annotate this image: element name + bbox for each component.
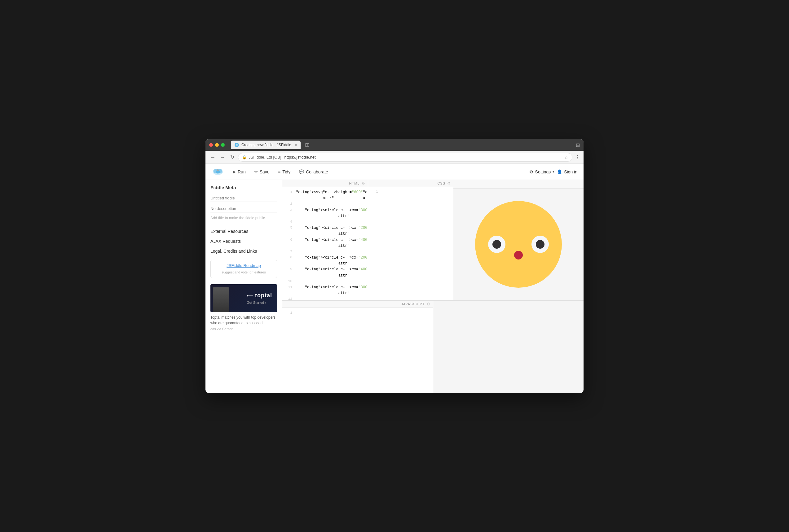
run-label: Run bbox=[238, 169, 246, 174]
css-pane: CSS ⚙ 1 bbox=[368, 180, 454, 300]
tidy-button[interactable]: ≡ Tidy bbox=[275, 168, 294, 176]
sidebar-item-label: External Resources bbox=[210, 229, 248, 234]
code-line: 5 "c-tag"><circle "c-attr">cx="200" "c-a… bbox=[282, 225, 368, 237]
new-tab-button[interactable]: ⊞ bbox=[305, 141, 310, 148]
security-icon: 🔒 bbox=[242, 155, 247, 159]
public-hint: Add title to make the fiddle public. bbox=[210, 215, 277, 221]
tab-title: Create a new fiddle - JSFiddle bbox=[241, 143, 291, 147]
code-line: 9 "c-tag"><circle "c-attr">cx="400" "c-a… bbox=[282, 267, 368, 279]
toolbar-right: ⚙ Settings ▾ 👤 Sign in bbox=[529, 169, 577, 174]
reload-button[interactable]: ↻ bbox=[229, 154, 236, 161]
js-settings-icon[interactable]: ⚙ bbox=[427, 302, 430, 306]
roadmap-link[interactable]: JSFiddle Roadmap bbox=[214, 263, 274, 268]
save-label: Save bbox=[260, 169, 270, 174]
html-code-editor[interactable]: 1"c-tag"><svg "c-attr">height="600" "c-a… bbox=[282, 187, 368, 300]
js-code-editor[interactable]: 1 bbox=[282, 308, 433, 393]
css-pane-header: CSS ⚙ bbox=[368, 180, 454, 187]
maximize-button[interactable] bbox=[221, 143, 225, 147]
sidebar-title: Fiddle Meta bbox=[210, 185, 277, 190]
url-bar[interactable]: 🔒 JSFiddle, Ltd [GB] https://jsfiddle.ne… bbox=[238, 153, 572, 162]
sidebar-item-ajax-requests[interactable]: AJAX Requests bbox=[210, 236, 277, 246]
ad-via: ads via Carbon bbox=[210, 327, 277, 331]
active-tab[interactable]: ≋ Create a new fiddle - JSFiddle × bbox=[231, 140, 300, 149]
settings-label: Settings bbox=[535, 169, 551, 174]
titlebar: ≋ Create a new fiddle - JSFiddle × ⊞ ⊞ bbox=[205, 139, 584, 151]
svg-point-10 bbox=[514, 251, 523, 260]
chevron-down-icon: ▾ bbox=[553, 170, 554, 174]
url-text: https://jsfiddle.net bbox=[285, 155, 316, 159]
sidebar-item-label: Legal, Credits and Links bbox=[210, 249, 257, 253]
ad-brand-text: ⟵ toptal bbox=[247, 292, 272, 299]
ad-toptal-logo: ⟵ toptal Get Started › bbox=[247, 292, 272, 304]
ad-description: Toptal matches you with top developers w… bbox=[210, 315, 277, 326]
sidebar: Fiddle Meta Add title to make the fiddle… bbox=[205, 180, 282, 393]
site-name: JSFiddle, Ltd [GB] bbox=[249, 155, 281, 159]
ad-cta[interactable]: Get Started › bbox=[247, 300, 266, 304]
html-settings-icon[interactable]: ⚙ bbox=[362, 181, 365, 186]
css-settings-icon[interactable]: ⚙ bbox=[447, 181, 451, 186]
fiddle-title-input[interactable] bbox=[210, 194, 277, 202]
html-pane-header: HTML ⚙ bbox=[282, 180, 368, 187]
minimize-button[interactable] bbox=[215, 143, 219, 147]
js-pane: JAVASCRIPT ⚙ 1 bbox=[282, 301, 433, 393]
jsfiddle-logo-svg bbox=[212, 168, 223, 176]
preview-header bbox=[453, 180, 584, 189]
emoji-preview bbox=[453, 189, 584, 300]
ad-image[interactable]: ⟵ toptal Get Started › bbox=[210, 284, 277, 312]
preview-bottom bbox=[433, 301, 584, 393]
code-line: 11 "c-tag"><circle "c-attr">cx="300" "c-… bbox=[282, 285, 368, 296]
sidebar-item-legal[interactable]: Legal, Credits and Links bbox=[210, 246, 277, 256]
html-pane: HTML ⚙ 1"c-tag"><svg "c-attr">height="60… bbox=[282, 180, 368, 300]
signin-button[interactable]: 👤 Sign in bbox=[557, 169, 577, 174]
preview-content bbox=[453, 189, 584, 300]
ad-block: ⟵ toptal Get Started › Toptal matches yo… bbox=[210, 284, 277, 331]
logo bbox=[212, 167, 224, 177]
code-line: 12 bbox=[282, 296, 368, 300]
settings-gear-icon: ⚙ bbox=[529, 169, 533, 174]
sidebar-item-external-resources[interactable]: External Resources bbox=[210, 226, 277, 236]
roadmap-sub: suggest and vote for features bbox=[222, 270, 265, 274]
editor-area: HTML ⚙ 1"c-tag"><svg "c-attr">height="60… bbox=[282, 180, 584, 393]
extensions-icon[interactable]: ⊞ bbox=[576, 142, 580, 148]
code-line: 8 "c-tag"><circle "c-attr">cx="200" "c-a… bbox=[282, 255, 368, 267]
signin-label: Sign in bbox=[564, 169, 577, 174]
main-content: Fiddle Meta Add title to make the fiddle… bbox=[205, 180, 584, 393]
tab-favicon: ≋ bbox=[235, 143, 239, 147]
js-label: JAVASCRIPT bbox=[401, 302, 425, 306]
back-button[interactable]: ← bbox=[209, 154, 217, 161]
bookmark-icon[interactable]: ☆ bbox=[564, 155, 568, 160]
code-line: 7 bbox=[282, 249, 368, 255]
fiddle-desc-input[interactable] bbox=[210, 205, 277, 212]
svg-point-8 bbox=[492, 240, 501, 249]
forward-button[interactable]: → bbox=[219, 154, 226, 161]
user-icon: 👤 bbox=[557, 169, 562, 174]
emoji-svg bbox=[453, 189, 584, 300]
css-code-editor[interactable]: 1 bbox=[368, 187, 454, 300]
editor-bottom-row: JAVASCRIPT ⚙ 1 bbox=[282, 301, 584, 393]
tab-close-button[interactable]: × bbox=[295, 143, 297, 147]
code-line: 10 bbox=[282, 279, 368, 285]
css-label: CSS bbox=[437, 182, 445, 185]
html-label: HTML bbox=[349, 182, 360, 185]
svg-point-9 bbox=[536, 240, 545, 249]
app-toolbar: ▶ Run ✏ Save ≡ Tidy 💬 Collaborate ⚙ Sett… bbox=[205, 164, 584, 180]
code-line: 1"c-tag"><svg "c-attr">height="600" "c-a… bbox=[282, 190, 368, 201]
svg-point-4 bbox=[217, 169, 219, 171]
code-line: 6 "c-tag"><circle "c-attr">cx="400" "c-a… bbox=[282, 237, 368, 249]
code-line: 2 bbox=[282, 201, 368, 207]
traffic-lights bbox=[209, 143, 225, 147]
save-button[interactable]: ✏ Save bbox=[251, 168, 273, 176]
save-icon: ✏ bbox=[254, 169, 258, 174]
roadmap-block: JSFiddle Roadmap suggest and vote for fe… bbox=[210, 260, 277, 278]
addressbar: ← → ↻ 🔒 JSFiddle, Ltd [GB] https://jsfid… bbox=[205, 151, 584, 164]
js-pane-header: JAVASCRIPT ⚙ bbox=[282, 301, 433, 308]
editor-top-row: HTML ⚙ 1"c-tag"><svg "c-attr">height="60… bbox=[282, 180, 584, 301]
collaborate-icon: 💬 bbox=[299, 169, 304, 174]
close-button[interactable] bbox=[209, 143, 213, 147]
run-button[interactable]: ▶ Run bbox=[229, 168, 250, 176]
chrome-menu-icon[interactable]: ⋮ bbox=[575, 154, 580, 160]
collaborate-button[interactable]: 💬 Collaborate bbox=[295, 168, 332, 176]
sidebar-item-label: AJAX Requests bbox=[210, 239, 241, 244]
tidy-label: Tidy bbox=[282, 169, 290, 174]
settings-button[interactable]: ⚙ Settings ▾ bbox=[529, 169, 555, 174]
